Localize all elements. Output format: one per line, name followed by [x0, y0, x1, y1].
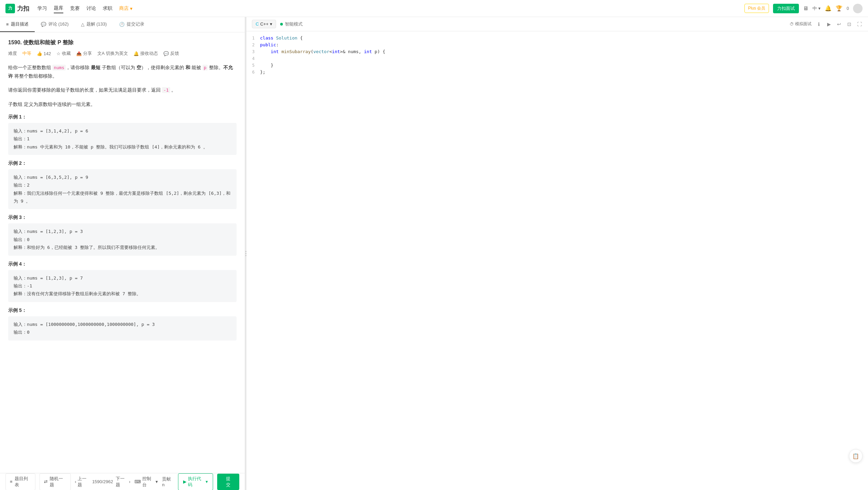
next-problem-button[interactable]: 下一题 › [116, 476, 130, 488]
main-container: ≡ 题目描述 💬 评论 (162) △ 题解 (133) 🕐 提交记录 1590… [0, 17, 868, 490]
chevron-down-icon: ▾ [206, 479, 208, 484]
bell-icon[interactable]: 🔔 [825, 5, 832, 12]
code-line-3: 3 int minSubarray(vector<int>& nums, int… [246, 49, 868, 56]
share-button[interactable]: 📤 分享 [76, 50, 92, 57]
editor-toolbar: C C++ ▾ 智能模式 ⏱ 模拟面试 ℹ ▶ ↩ ⊡ ⛶ [246, 17, 868, 31]
simulate-interview-button[interactable]: ⏱ 模拟面试 [790, 21, 811, 27]
example-3-explanation: 解释：和恰好为 6，已经能被 3 整除了。所以我们不需要移除任何元素。 [14, 243, 231, 251]
code-line-1: 1 class Solution { [246, 35, 868, 42]
random-problem-button[interactable]: ⇄ 随机一题 [39, 473, 70, 490]
cpp-icon: C [256, 21, 259, 27]
share-icon: 📤 [76, 51, 82, 56]
plus-member-button[interactable]: Plus 会员 [744, 4, 769, 13]
tab-solutions[interactable]: △ 题解 (133) [75, 17, 113, 32]
subarray-definition: 子数组 定义为原数组中连续的一组元素。 [8, 100, 237, 109]
language-selector[interactable]: 中 ▾ [813, 5, 821, 12]
thumbup-icon: 👍 [37, 51, 42, 56]
nav-discuss[interactable]: 讨论 [86, 4, 96, 13]
fullscreen-icon[interactable]: ⛶ [856, 21, 863, 27]
example-4-output: 输出：-1 [14, 282, 231, 290]
bell-icon: 🔔 [133, 51, 139, 56]
example-1-input: 输入：nums = [3,1,4,2], p = 6 [14, 127, 231, 135]
example-2-title: 示例 2： [8, 160, 237, 167]
trophy-icon[interactable]: 🏆 [836, 5, 842, 12]
nav-jobs[interactable]: 求职 [103, 4, 112, 13]
feedback-icon: 💬 [163, 51, 169, 56]
chevron-left-icon: ‹ [75, 479, 76, 484]
example-5-title: 示例 5： [8, 307, 237, 314]
problem-description-2: 请你返回你需要移除的最短子数组的长度，如果无法满足题目要求，返回 -1 。 [8, 86, 237, 94]
tab-submissions[interactable]: 🕐 提交记录 [113, 17, 150, 32]
monitor-icon[interactable]: 🖥 [803, 5, 808, 12]
code-area[interactable]: 1 class Solution { 2 public: 3 int minSu… [246, 31, 868, 490]
nav-learn[interactable]: 学习 [37, 4, 47, 13]
example-1-explanation: 解释：nums 中元素和为 10，不能被 p 整除。我们可以移除子数组 [4]，… [14, 143, 231, 151]
run-icon[interactable]: ▶ [826, 21, 832, 27]
nav-items: 学习 题库 竞赛 讨论 求职 商店 ▾ [37, 4, 132, 13]
interview-button[interactable]: 力扣面试 [773, 4, 799, 13]
feedback-button[interactable]: 💬 反馈 [163, 50, 179, 57]
submit-button[interactable]: 提交 [217, 474, 239, 490]
problem-title: 1590. 使数组和能被 P 整除 [8, 39, 237, 46]
chevron-down-icon: ▾ [130, 6, 132, 11]
example-1-title: 示例 1： [8, 114, 237, 120]
logo[interactable]: 力 力扣 [5, 4, 29, 13]
ai-dot [280, 23, 283, 26]
nav-contest[interactable]: 竞赛 [70, 4, 80, 13]
clipboard-button[interactable]: 📋 [849, 449, 863, 463]
editor-toolbar-right: ⏱ 模拟面试 ℹ ▶ ↩ ⊡ ⛶ [790, 21, 863, 27]
solution-icon: △ [81, 22, 84, 27]
nav-shop[interactable]: 商店 ▾ [119, 4, 132, 13]
example-3-output: 输出：0 [14, 236, 231, 243]
problem-content: 1590. 使数组和能被 P 整除 难度 中等 👍 142 ☆ 收藏 📤 分享 [0, 32, 245, 473]
translate-icon: 文A [97, 50, 105, 57]
terminal-icon[interactable]: ⊡ [846, 21, 852, 27]
ai-mode-toggle[interactable]: 智能模式 [280, 21, 303, 27]
contribute-button[interactable]: 贡献 n [162, 476, 174, 487]
example-3-box: 输入：nums = [1,2,3], p = 3 输出：0 解释：和恰好为 6，… [8, 223, 237, 255]
run-code-button[interactable]: ▶ 执行代码 ▾ [178, 473, 213, 490]
clock-icon: ⏱ [790, 22, 794, 27]
left-panel: ≡ 题目描述 💬 评论 (162) △ 题解 (133) 🕐 提交记录 1590… [0, 17, 245, 490]
comment-icon: 💬 [41, 22, 46, 27]
example-4-explanation: 解释：没有任何方案使得移除子数组后剩余元素的和被 7 整除。 [14, 290, 231, 298]
shuffle-icon: ⇄ [44, 479, 48, 484]
code-line-4: 4 [246, 56, 868, 63]
avatar[interactable] [853, 4, 863, 13]
example-5-box: 输入：nums = [1000000000,1000000000,1000000… [8, 316, 237, 341]
chevron-down-icon: ▾ [156, 479, 158, 484]
chevron-down-icon: ▾ [818, 6, 821, 11]
example-1-output: 输出：1 [14, 135, 231, 143]
list-icon: ≡ [10, 479, 13, 484]
tab-description[interactable]: ≡ 题目描述 [0, 17, 35, 32]
tab-comments[interactable]: 💬 评论 (162) [35, 17, 75, 32]
chevron-down-icon: ▾ [270, 21, 272, 27]
problem-description: 给你一个正整数数组 nums，请你移除 最短 子数组（可以为 空），使得剩余元素… [8, 63, 237, 80]
subscribe-button[interactable]: 🔔 接收动态 [133, 50, 158, 57]
star-icon: ☆ [57, 51, 61, 56]
notif-count: 0 [847, 6, 849, 11]
likes-button[interactable]: 👍 142 [37, 51, 51, 56]
prev-problem-button[interactable]: ‹ 上一题 [75, 476, 90, 488]
undo-icon[interactable]: ↩ [836, 21, 842, 27]
difficulty-badge: 中等 [22, 50, 31, 57]
info-icon[interactable]: ℹ [816, 21, 822, 27]
chevron-right-icon: › [129, 479, 130, 484]
example-4-box: 输入：nums = [1,2,3], p = 7 输出：-1 解释：没有任何方案… [8, 270, 237, 302]
code-editor-panel: C C++ ▾ 智能模式 ⏱ 模拟面试 ℹ ▶ ↩ ⊡ ⛶ [246, 17, 868, 490]
favorites-button[interactable]: ☆ 收藏 [57, 50, 71, 57]
logo-text: 力扣 [17, 4, 29, 13]
problem-list-button[interactable]: ≡ 题目列表 [5, 473, 35, 490]
console-button[interactable]: ⌨ 控制台 ▾ [134, 476, 158, 488]
code-line-6: 6 }; [246, 69, 868, 76]
code-line-2: 2 public: [246, 42, 868, 49]
description-icon: ≡ [6, 22, 9, 27]
example-2-box: 输入：nums = [6,3,5,2], p = 9 输出：2 解释：我们无法移… [8, 169, 237, 209]
problem-meta: 难度 中等 👍 142 ☆ 收藏 📤 分享 文A 切换为英文 [8, 50, 237, 57]
logo-icon: 力 [5, 4, 15, 13]
language-select[interactable]: C C++ ▾ [252, 20, 276, 28]
code-line-5: 5 } [246, 63, 868, 69]
nav-problems[interactable]: 题库 [54, 4, 63, 13]
terminal-icon: ⌨ [134, 479, 141, 484]
switch-lang-button[interactable]: 文A 切换为英文 [97, 50, 128, 57]
